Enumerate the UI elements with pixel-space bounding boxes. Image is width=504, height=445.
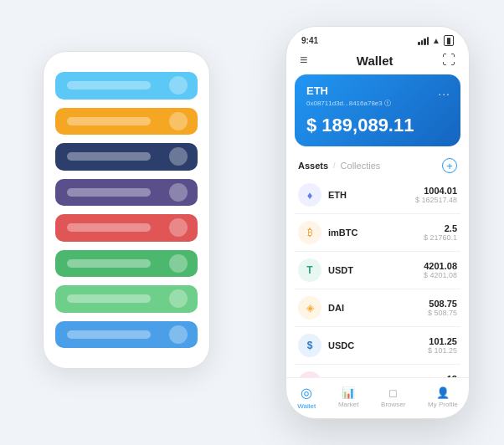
list-item[interactable] (55, 108, 198, 136)
asset-amount: 508.75 (428, 299, 457, 309)
browser-nav-icon: ◻ (388, 386, 398, 399)
card-label (67, 259, 151, 268)
card-icon (169, 254, 188, 273)
card-label (67, 330, 151, 339)
card-label (67, 294, 151, 303)
tft-icon: 🐦 (298, 371, 321, 377)
asset-amount: 4201.08 (424, 261, 457, 271)
balance-card[interactable]: ... ETH 0x08711d3d...8416a78e3 ⓣ $ 189,0… (295, 74, 460, 146)
asset-usd: $ 101.25 (428, 346, 457, 355)
table-row[interactable]: ♦ ETH 1004.01 $ 162517.48 (295, 176, 460, 214)
wallet-nav-icon: ◎ (301, 385, 312, 401)
asset-name: ETH (328, 190, 415, 200)
table-row[interactable]: T USDT 4201.08 $ 4201.08 (295, 252, 460, 289)
usdt-icon: T (298, 258, 321, 282)
asset-values: 1004.01 $ 162517.48 (415, 186, 457, 204)
card-icon (169, 289, 188, 308)
card-icon (169, 76, 188, 95)
nav-label-browser: Browser (381, 401, 405, 408)
nav-item-wallet[interactable]: ◎ Wallet (297, 385, 316, 410)
asset-amount: 101.25 (428, 336, 457, 346)
menu-icon[interactable]: ≡ (300, 53, 307, 68)
list-item[interactable] (55, 72, 198, 100)
asset-name: imBTC (328, 228, 424, 238)
table-row[interactable]: ₿ imBTC 2.5 $ 21760.1 (295, 214, 460, 252)
card-label (67, 188, 151, 197)
list-item[interactable] (55, 321, 198, 349)
asset-usd: $ 4201.08 (424, 271, 457, 279)
asset-usd: $ 508.75 (428, 309, 457, 317)
balance-address: 0x08711d3d...8416a78e3 ⓣ (306, 99, 449, 108)
tab-assets[interactable]: Assets (298, 161, 328, 171)
table-row[interactable]: ◈ DAI 508.75 $ 508.75 (295, 289, 460, 327)
list-item[interactable] (55, 143, 198, 171)
asset-usd: $ 21760.1 (424, 233, 457, 242)
expand-icon[interactable]: ⛶ (442, 53, 455, 68)
nav-label-profile: My Profile (428, 401, 458, 408)
asset-usd: $ 162517.48 (415, 196, 457, 204)
card-icon (169, 147, 188, 166)
back-phone (43, 51, 210, 369)
usdc-icon: $ (298, 334, 321, 357)
table-row[interactable]: 🐦 TFT 13 0 (295, 365, 460, 377)
status-icons: ▲ ▮ (418, 35, 454, 46)
main-phone: 9:41 ▲ ▮ ≡ Wallet ⛶ ... ETH 0x08711d3d.. (285, 26, 470, 419)
asset-values: 508.75 $ 508.75 (428, 299, 457, 317)
list-item[interactable] (55, 214, 198, 242)
list-item[interactable] (55, 179, 198, 207)
nav-item-profile[interactable]: 👤 My Profile (428, 386, 458, 408)
battery-icon: ▮ (444, 35, 454, 46)
nav-label-market: Market (338, 401, 358, 408)
asset-amount: 1004.01 (415, 186, 457, 196)
scene: 9:41 ▲ ▮ ≡ Wallet ⛶ ... ETH 0x08711d3d.. (18, 18, 486, 427)
page-title: Wallet (357, 54, 393, 68)
asset-list: ♦ ETH 1004.01 $ 162517.48 ₿ imBTC 2.5 $ … (286, 176, 469, 377)
signal-icon (418, 37, 429, 45)
tab-divider: / (333, 161, 336, 170)
imbtc-icon: ₿ (298, 221, 321, 244)
card-label (67, 117, 151, 125)
card-icon (169, 112, 188, 130)
eth-icon: ♦ (298, 183, 321, 207)
card-label (67, 223, 151, 232)
nav-item-market[interactable]: 📊 Market (338, 386, 358, 408)
balance-card-menu[interactable]: ... (438, 84, 450, 98)
card-label (67, 152, 151, 161)
clock: 9:41 (301, 36, 318, 45)
asset-values: 4201.08 $ 4201.08 (424, 261, 457, 279)
asset-name: USDT (328, 265, 424, 275)
balance-token: ETH (306, 84, 449, 97)
phone-header: ≡ Wallet ⛶ (286, 49, 469, 74)
wifi-icon: ▲ (432, 36, 440, 45)
list-item[interactable] (55, 285, 198, 313)
table-row[interactable]: $ USDC 101.25 $ 101.25 (295, 327, 460, 365)
status-bar: 9:41 ▲ ▮ (286, 27, 469, 49)
assets-tabs: Assets / Collecties + (286, 155, 469, 176)
market-nav-icon: 📊 (342, 386, 355, 399)
asset-name: USDC (328, 340, 428, 350)
tabs-left: Assets / Collecties (298, 161, 380, 171)
add-asset-button[interactable]: + (442, 158, 457, 173)
asset-name: DAI (328, 303, 428, 313)
dai-icon: ◈ (298, 296, 321, 320)
asset-values: 101.25 $ 101.25 (428, 336, 457, 355)
card-icon (169, 183, 188, 202)
bottom-nav: ◎ Wallet 📊 Market ◻ Browser 👤 My Profile (286, 377, 469, 418)
card-icon (169, 325, 188, 344)
tab-collecties[interactable]: Collecties (341, 161, 381, 171)
asset-values: 2.5 $ 21760.1 (424, 223, 457, 242)
nav-label-wallet: Wallet (297, 402, 316, 410)
card-label (67, 81, 151, 90)
list-item[interactable] (55, 250, 198, 278)
nav-item-browser[interactable]: ◻ Browser (381, 386, 405, 408)
balance-amount: $ 189,089.11 (306, 115, 449, 136)
card-icon (169, 218, 188, 237)
profile-nav-icon: 👤 (436, 386, 450, 399)
asset-amount: 2.5 (424, 223, 457, 233)
